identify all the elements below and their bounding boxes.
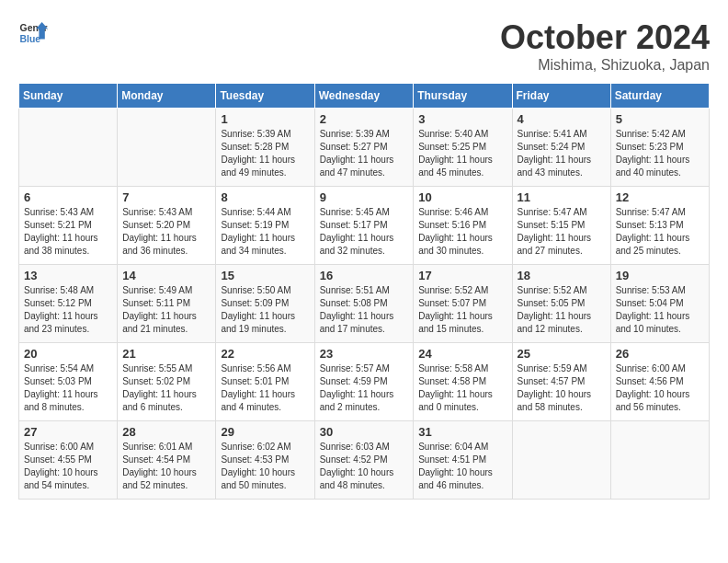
sunrise-text: Sunrise: 5:55 AM	[122, 363, 192, 373]
sunrise-text: Sunrise: 5:42 AM	[616, 129, 686, 139]
sunrise-text: Sunrise: 5:48 AM	[24, 285, 94, 295]
calendar-cell	[512, 421, 610, 500]
sunset-text: Sunset: 5:19 PM	[221, 220, 289, 230]
sunset-text: Sunset: 4:56 PM	[616, 376, 684, 386]
sunset-text: Sunset: 4:55 PM	[24, 454, 92, 465]
day-number: 11	[518, 190, 606, 204]
calendar-cell: 10 Sunrise: 5:46 AM Sunset: 5:16 PM Dayl…	[414, 187, 512, 265]
sunrise-text: Sunrise: 5:51 AM	[320, 285, 390, 295]
day-info: Sunrise: 5:46 AM Sunset: 5:16 PM Dayligh…	[418, 206, 506, 258]
page-header: General Blue October 2024 Mishima, Shizu…	[18, 18, 710, 74]
sunset-text: Sunset: 4:54 PM	[122, 454, 190, 465]
day-number: 7	[122, 190, 210, 204]
daylight-text: Daylight: 11 hours and 32 minutes.	[320, 233, 394, 256]
calendar-cell: 8 Sunrise: 5:44 AM Sunset: 5:19 PM Dayli…	[216, 187, 314, 265]
sunset-text: Sunset: 5:21 PM	[24, 220, 92, 230]
daylight-text: Daylight: 11 hours and 43 minutes.	[518, 155, 592, 178]
sunset-text: Sunset: 4:59 PM	[320, 376, 388, 386]
calendar-table: Sunday Monday Tuesday Wednesday Thursday…	[18, 83, 710, 500]
day-info: Sunrise: 5:44 AM Sunset: 5:19 PM Dayligh…	[221, 206, 309, 258]
sunrise-text: Sunrise: 5:58 AM	[418, 363, 488, 373]
day-number: 31	[418, 425, 506, 439]
sunrise-text: Sunrise: 5:40 AM	[418, 129, 488, 139]
day-info: Sunrise: 5:39 AM Sunset: 5:27 PM Dayligh…	[320, 128, 409, 179]
sunset-text: Sunset: 5:05 PM	[518, 298, 586, 308]
day-number: 26	[616, 347, 704, 361]
day-number: 22	[221, 347, 309, 361]
sunrise-text: Sunrise: 5:59 AM	[518, 363, 587, 373]
day-number: 10	[418, 190, 506, 204]
sunrise-text: Sunrise: 5:56 AM	[221, 363, 290, 373]
calendar-cell: 12 Sunrise: 5:47 AM Sunset: 5:13 PM Dayl…	[610, 187, 709, 265]
header-tuesday: Tuesday	[216, 84, 314, 109]
daylight-text: Daylight: 11 hours and 49 minutes.	[221, 155, 295, 178]
day-info: Sunrise: 5:55 AM Sunset: 5:02 PM Dayligh…	[122, 362, 210, 414]
calendar-cell: 19 Sunrise: 5:53 AM Sunset: 5:04 PM Dayl…	[610, 265, 709, 343]
day-info: Sunrise: 5:47 AM Sunset: 5:13 PM Dayligh…	[616, 206, 704, 258]
day-info: Sunrise: 5:41 AM Sunset: 5:24 PM Dayligh…	[518, 128, 606, 179]
day-number: 1	[221, 112, 309, 126]
daylight-text: Daylight: 11 hours and 15 minutes.	[418, 311, 493, 334]
calendar-cell	[610, 421, 709, 500]
sunset-text: Sunset: 4:52 PM	[320, 454, 388, 465]
daylight-text: Daylight: 10 hours and 54 minutes.	[24, 467, 98, 490]
day-number: 30	[320, 425, 409, 439]
sunrise-text: Sunrise: 5:43 AM	[122, 207, 192, 217]
sunrise-text: Sunrise: 6:04 AM	[418, 442, 488, 452]
daylight-text: Daylight: 11 hours and 47 minutes.	[320, 155, 394, 178]
day-number: 13	[24, 269, 112, 282]
day-number: 20	[24, 347, 112, 361]
sunset-text: Sunset: 5:20 PM	[122, 220, 190, 230]
calendar-cell: 29 Sunrise: 6:02 AM Sunset: 4:53 PM Dayl…	[216, 421, 314, 500]
day-info: Sunrise: 5:43 AM Sunset: 5:20 PM Dayligh…	[122, 206, 210, 258]
sunrise-text: Sunrise: 6:02 AM	[221, 442, 290, 452]
day-number: 5	[616, 112, 704, 126]
day-info: Sunrise: 5:40 AM Sunset: 5:25 PM Dayligh…	[418, 128, 506, 179]
title-area: October 2024 Mishima, Shizuoka, Japan	[500, 18, 710, 74]
sunrise-text: Sunrise: 5:47 AM	[518, 207, 587, 217]
sunrise-text: Sunrise: 5:46 AM	[418, 207, 488, 217]
sunset-text: Sunset: 5:27 PM	[320, 142, 388, 152]
calendar-cell: 4 Sunrise: 5:41 AM Sunset: 5:24 PM Dayli…	[512, 109, 610, 187]
sunset-text: Sunset: 5:09 PM	[221, 298, 289, 308]
logo: General Blue	[18, 18, 48, 48]
day-info: Sunrise: 6:01 AM Sunset: 4:54 PM Dayligh…	[122, 441, 210, 492]
daylight-text: Daylight: 11 hours and 38 minutes.	[24, 233, 98, 256]
month-title: October 2024	[500, 18, 710, 57]
calendar-cell: 5 Sunrise: 5:42 AM Sunset: 5:23 PM Dayli…	[610, 109, 709, 187]
calendar-cell: 30 Sunrise: 6:03 AM Sunset: 4:52 PM Dayl…	[314, 421, 414, 500]
day-info: Sunrise: 5:58 AM Sunset: 4:58 PM Dayligh…	[418, 362, 506, 414]
sunrise-text: Sunrise: 5:52 AM	[518, 285, 587, 295]
calendar-week-3: 13 Sunrise: 5:48 AM Sunset: 5:12 PM Dayl…	[19, 265, 710, 343]
header-friday: Friday	[512, 84, 610, 109]
sunset-text: Sunset: 5:17 PM	[320, 220, 388, 230]
calendar-cell: 18 Sunrise: 5:52 AM Sunset: 5:05 PM Dayl…	[512, 265, 610, 343]
day-info: Sunrise: 5:53 AM Sunset: 5:04 PM Dayligh…	[616, 284, 704, 336]
day-number: 27	[24, 425, 112, 439]
calendar-week-1: 1 Sunrise: 5:39 AM Sunset: 5:28 PM Dayli…	[19, 109, 710, 187]
calendar-cell: 15 Sunrise: 5:50 AM Sunset: 5:09 PM Dayl…	[216, 265, 314, 343]
sunrise-text: Sunrise: 5:47 AM	[616, 207, 686, 217]
day-info: Sunrise: 5:52 AM Sunset: 5:07 PM Dayligh…	[418, 284, 506, 336]
day-info: Sunrise: 5:47 AM Sunset: 5:15 PM Dayligh…	[518, 206, 606, 258]
header-monday: Monday	[118, 84, 216, 109]
day-info: Sunrise: 6:04 AM Sunset: 4:51 PM Dayligh…	[418, 441, 506, 492]
calendar-cell: 2 Sunrise: 5:39 AM Sunset: 5:27 PM Dayli…	[314, 109, 414, 187]
sunset-text: Sunset: 5:24 PM	[518, 142, 586, 152]
day-number: 29	[221, 425, 309, 439]
sunset-text: Sunset: 5:02 PM	[122, 376, 190, 386]
day-number: 12	[616, 190, 704, 204]
location: Mishima, Shizuoka, Japan	[500, 57, 710, 74]
daylight-text: Daylight: 10 hours and 46 minutes.	[418, 467, 493, 490]
daylight-text: Daylight: 10 hours and 56 minutes.	[616, 389, 690, 412]
day-number: 2	[320, 112, 409, 126]
day-info: Sunrise: 5:49 AM Sunset: 5:11 PM Dayligh…	[122, 284, 210, 336]
daylight-text: Daylight: 11 hours and 17 minutes.	[320, 311, 394, 334]
header-saturday: Saturday	[610, 84, 709, 109]
daylight-text: Daylight: 11 hours and 2 minutes.	[320, 389, 394, 412]
calendar-cell: 26 Sunrise: 6:00 AM Sunset: 4:56 PM Dayl…	[610, 343, 709, 421]
day-info: Sunrise: 6:03 AM Sunset: 4:52 PM Dayligh…	[320, 441, 409, 492]
sunset-text: Sunset: 5:16 PM	[418, 220, 486, 230]
calendar-cell: 23 Sunrise: 5:57 AM Sunset: 4:59 PM Dayl…	[314, 343, 414, 421]
day-number: 28	[122, 425, 210, 439]
